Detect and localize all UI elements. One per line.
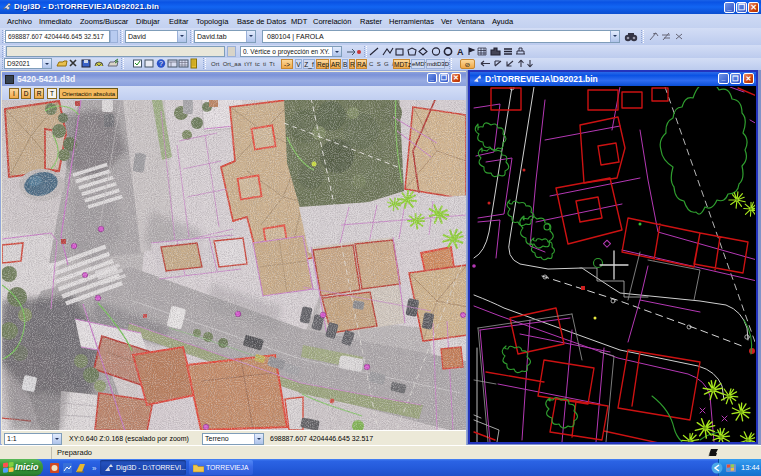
svg-text:?: ? [159,60,163,67]
svg-text:»: » [92,464,97,473]
svg-text:A: A [457,47,464,57]
